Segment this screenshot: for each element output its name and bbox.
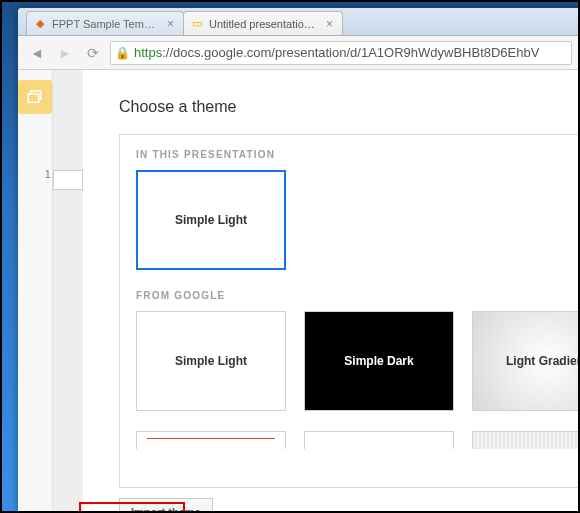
theme-label: Light Gradient [506,354,580,368]
import-theme-button[interactable]: Import theme [119,498,213,513]
section-label-from-google: FROM GOOGLE [136,290,580,301]
layers-button[interactable] [18,80,52,114]
url-scheme: https [134,45,162,60]
tab-title: FPPT Sample Template - G [52,18,158,30]
address-bar: ◄ ► ⟳ 🔒 https://docs.google.com/presenta… [18,36,580,70]
theme-label: Simple Dark [344,354,413,368]
theme-option[interactable]: Light Gradient [472,311,580,411]
close-icon[interactable]: × [323,17,336,30]
theme-label: Simple Light [175,354,247,368]
layers-icon [26,88,44,106]
theme-label: Simple Light [175,213,247,227]
favicon-icon: ◆ [33,17,47,31]
section-label-in-this: IN THIS PRESENTATION [136,149,580,160]
forward-button[interactable]: ► [54,42,76,64]
theme-option[interactable] [136,431,286,449]
reload-button[interactable]: ⟳ [82,42,104,64]
close-icon[interactable]: × [164,17,177,30]
favicon-icon: ▭ [190,17,204,31]
url-path: ://docs.google.com/presentation/d/1A1OR9… [162,45,539,60]
back-button[interactable]: ◄ [26,42,48,64]
slide-thumbnail[interactable]: 1 [53,170,83,190]
slide-panel: 1 [53,70,83,513]
dialog-title: Choose a theme [119,98,580,116]
tab-title: Untitled presentation - Go [209,18,317,30]
svg-rect-1 [28,94,39,102]
left-rail [18,70,53,513]
theme-option[interactable]: Simple Light [136,170,286,270]
theme-option[interactable]: Simple Light [136,311,286,411]
browser-tab[interactable]: ▭ Untitled presentation - Go × [183,11,343,35]
theme-option[interactable] [304,431,454,449]
theme-dialog: Choose a theme IN THIS PRESENTATION Simp… [83,70,580,513]
browser-tab-strip: ◆ FPPT Sample Template - G × ▭ Untitled … [18,8,580,36]
url-input[interactable]: 🔒 https://docs.google.com/presentation/d… [110,41,572,65]
theme-option[interactable] [472,431,580,449]
slide-number: 1 [45,169,51,180]
theme-option[interactable]: Simple Dark [304,311,454,411]
lock-icon: 🔒 [115,46,130,60]
theme-panel: IN THIS PRESENTATION Simple Light FROM G… [119,134,580,488]
browser-tab[interactable]: ◆ FPPT Sample Template - G × [26,11,184,35]
